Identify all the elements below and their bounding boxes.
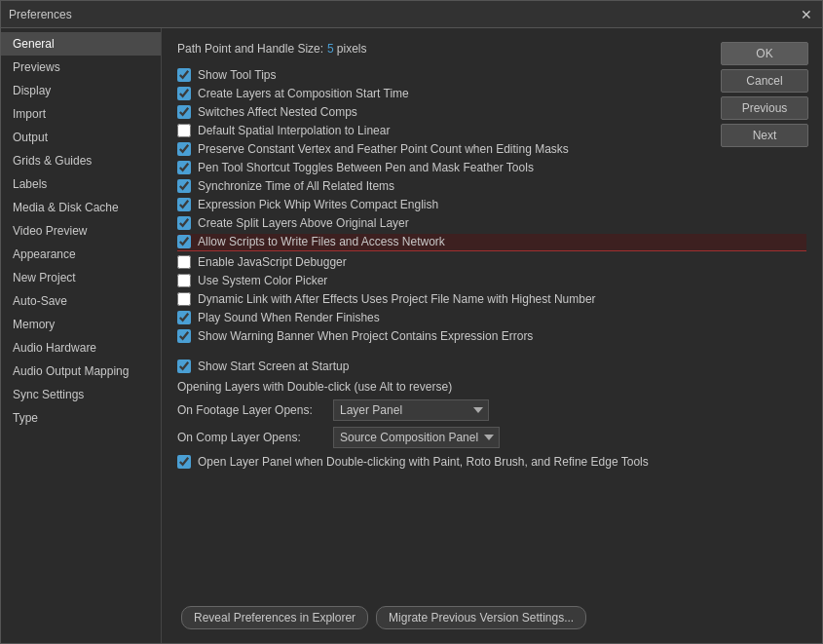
- preserve-vertex-row: Preserve Constant Vertex and Feather Poi…: [177, 141, 806, 157]
- sidebar-item-video-preview[interactable]: Video Preview: [1, 219, 161, 243]
- sidebar-item-display[interactable]: Display: [1, 79, 161, 102]
- enable-js-debugger-checkbox[interactable]: [177, 255, 191, 269]
- close-button[interactable]: ✕: [799, 7, 814, 22]
- bottom-buttons: Reveal Preferences in Explorer Migrate P…: [177, 598, 806, 633]
- dynamic-link-row: Dynamic Link with After Effects Uses Pro…: [177, 291, 806, 307]
- play-sound-label[interactable]: Play Sound When Render Finishes: [198, 311, 380, 324]
- enable-js-debugger-label[interactable]: Enable JavaScript Debugger: [198, 255, 347, 269]
- migrate-prefs-button[interactable]: Migrate Previous Version Settings...: [376, 606, 586, 629]
- create-split-row: Create Split Layers Above Original Layer: [177, 215, 806, 231]
- sidebar-item-type[interactable]: Type: [1, 406, 161, 430]
- play-sound-row: Play Sound When Render Finishes: [177, 310, 806, 325]
- show-start-screen-checkbox[interactable]: [177, 360, 191, 373]
- next-button[interactable]: Next: [721, 124, 808, 147]
- title-bar: Preferences ✕: [1, 1, 822, 28]
- dynamic-link-label[interactable]: Dynamic Link with After Effects Uses Pro…: [198, 292, 596, 306]
- path-point-row: Path Point and Handle Size: 5 pixels: [177, 42, 806, 56]
- dialog-title: Preferences: [9, 8, 72, 21]
- comp-layer-select[interactable]: Source Composition Panel Layer Panel Com…: [333, 427, 500, 448]
- sidebar-item-memory[interactable]: Memory: [1, 313, 161, 336]
- switches-nested-checkbox[interactable]: [177, 105, 191, 119]
- show-tool-tips-label[interactable]: Show Tool Tips: [198, 68, 277, 82]
- show-warning-label[interactable]: Show Warning Banner When Project Contain…: [198, 329, 533, 343]
- sidebar-item-audio-output-mapping[interactable]: Audio Output Mapping: [1, 360, 161, 383]
- allow-scripts-row: Allow Scripts to Write Files and Access …: [177, 234, 806, 251]
- action-buttons: OK Cancel Previous Next: [721, 42, 808, 147]
- opening-layers-title: Opening Layers with Double-click (use Al…: [177, 380, 806, 394]
- use-system-color-row: Use System Color Picker: [177, 273, 806, 288]
- sidebar-item-output[interactable]: Output: [1, 126, 161, 149]
- sidebar-item-sync-settings[interactable]: Sync Settings: [1, 383, 161, 406]
- show-tool-tips-checkbox[interactable]: [177, 68, 191, 82]
- comp-layer-label: On Comp Layer Opens:: [177, 431, 333, 444]
- pen-tool-label[interactable]: Pen Tool Shortcut Toggles Between Pen an…: [198, 161, 534, 174]
- reveal-prefs-button[interactable]: Reveal Preferences in Explorer: [181, 606, 368, 629]
- open-layer-panel-checkbox[interactable]: [177, 455, 191, 469]
- opening-layers-section: Opening Layers with Double-click (use Al…: [177, 380, 806, 470]
- show-warning-checkbox[interactable]: [177, 329, 191, 343]
- open-layer-panel-row: Open Layer Panel when Double-clicking wi…: [177, 454, 806, 470]
- create-layers-checkbox[interactable]: [177, 87, 191, 100]
- expression-pick-row: Expression Pick Whip Writes Compact Engl…: [177, 197, 806, 212]
- open-layer-panel-label[interactable]: Open Layer Panel when Double-clicking wi…: [198, 455, 649, 469]
- sidebar-item-general[interactable]: General: [1, 32, 161, 56]
- sidebar-item-import[interactable]: Import: [1, 102, 161, 126]
- sidebar-item-auto-save[interactable]: Auto-Save: [1, 289, 161, 313]
- create-layers-row: Create Layers at Composition Start Time: [177, 86, 806, 101]
- enable-js-debugger-row: Enable JavaScript Debugger: [177, 254, 806, 270]
- default-spatial-label[interactable]: Default Spatial Interpolation to Linear: [198, 124, 390, 137]
- allow-scripts-checkbox[interactable]: [177, 235, 191, 248]
- dynamic-link-checkbox[interactable]: [177, 292, 191, 306]
- sidebar-item-previews[interactable]: Previews: [1, 56, 161, 79]
- sidebar: GeneralPreviewsDisplayImportOutputGrids …: [1, 28, 162, 643]
- preserve-vertex-checkbox[interactable]: [177, 142, 191, 156]
- sidebar-item-media-disk-cache[interactable]: Media & Disk Cache: [1, 196, 161, 219]
- create-split-label[interactable]: Create Split Layers Above Original Layer: [198, 216, 409, 230]
- path-point-unit: pixels: [337, 42, 367, 56]
- sidebar-item-appearance[interactable]: Appearance: [1, 243, 161, 266]
- startup-checkbox-row: Show Start Screen at Startup: [177, 359, 806, 374]
- comp-layer-row: On Comp Layer Opens: Source Composition …: [177, 427, 806, 448]
- default-spatial-row: Default Spatial Interpolation to Linear: [177, 123, 806, 138]
- synchronize-time-label[interactable]: Synchronize Time of All Related Items: [198, 179, 394, 193]
- sidebar-item-new-project[interactable]: New Project: [1, 266, 161, 289]
- pen-tool-checkbox[interactable]: [177, 161, 191, 174]
- synchronize-time-checkbox[interactable]: [177, 179, 191, 193]
- main-content: GeneralPreviewsDisplayImportOutputGrids …: [1, 28, 822, 643]
- ok-button[interactable]: OK: [721, 42, 808, 65]
- create-layers-label[interactable]: Create Layers at Composition Start Time: [198, 87, 409, 100]
- expression-pick-checkbox[interactable]: [177, 198, 191, 211]
- path-point-label: Path Point and Handle Size:: [177, 42, 323, 56]
- default-spatial-checkbox[interactable]: [177, 124, 191, 137]
- footage-layer-row: On Footage Layer Opens: Layer Panel Foot…: [177, 399, 806, 421]
- synchronize-time-row: Synchronize Time of All Related Items: [177, 178, 806, 194]
- cancel-button[interactable]: Cancel: [721, 69, 808, 93]
- sidebar-item-labels[interactable]: Labels: [1, 172, 161, 196]
- preferences-dialog: Preferences ✕ GeneralPreviewsDisplayImpo…: [0, 0, 823, 644]
- pen-tool-row: Pen Tool Shortcut Toggles Between Pen an…: [177, 160, 806, 175]
- footage-layer-select[interactable]: Layer Panel Footage Panel Composition Pa…: [333, 399, 489, 421]
- preserve-vertex-label[interactable]: Preserve Constant Vertex and Feather Poi…: [198, 142, 569, 156]
- footage-layer-label: On Footage Layer Opens:: [177, 403, 333, 417]
- sidebar-item-audio-hardware[interactable]: Audio Hardware: [1, 336, 161, 360]
- play-sound-checkbox[interactable]: [177, 311, 191, 324]
- content-area: OK Cancel Previous Next Path Point and H…: [162, 28, 822, 643]
- switches-nested-label[interactable]: Switches Affect Nested Comps: [198, 105, 357, 119]
- use-system-color-label[interactable]: Use System Color Picker: [198, 274, 327, 287]
- use-system-color-checkbox[interactable]: [177, 274, 191, 287]
- startup-section: Show Start Screen at Startup Opening Lay…: [177, 355, 806, 473]
- show-tool-tips-row: Show Tool Tips: [177, 67, 806, 83]
- expression-pick-label[interactable]: Expression Pick Whip Writes Compact Engl…: [198, 198, 438, 211]
- previous-button[interactable]: Previous: [721, 96, 808, 120]
- allow-scripts-label[interactable]: Allow Scripts to Write Files and Access …: [198, 235, 445, 248]
- path-point-value[interactable]: 5: [327, 42, 334, 56]
- show-start-screen-label[interactable]: Show Start Screen at Startup: [198, 360, 349, 373]
- show-warning-row: Show Warning Banner When Project Contain…: [177, 328, 806, 344]
- switches-nested-row: Switches Affect Nested Comps: [177, 104, 806, 120]
- create-split-checkbox[interactable]: [177, 216, 191, 230]
- sidebar-item-grids-guides[interactable]: Grids & Guides: [1, 149, 161, 172]
- checkboxes-section: Show Tool TipsCreate Layers at Compositi…: [177, 67, 806, 347]
